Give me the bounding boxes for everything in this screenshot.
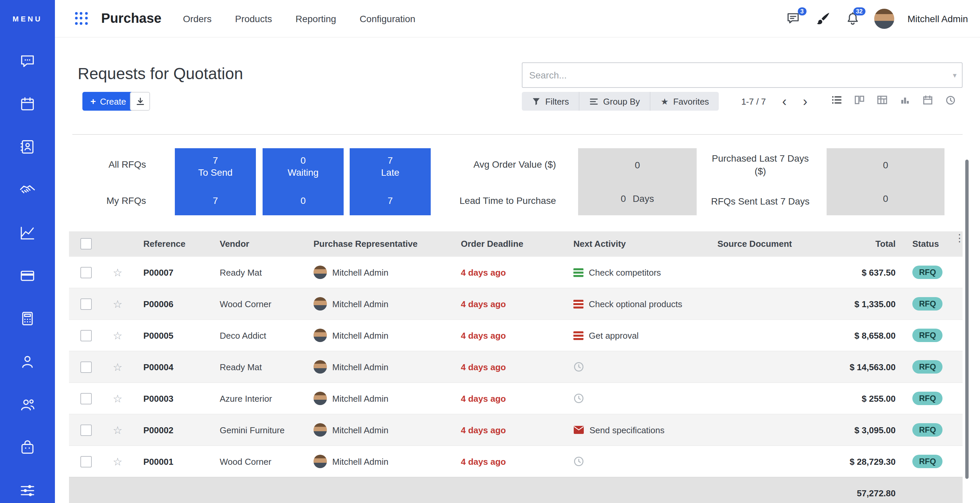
table-row[interactable]: ☆ P00007 Ready Mat Mitchell Admin 4 days…	[69, 256, 963, 288]
favorite-star-icon[interactable]: ☆	[102, 297, 133, 310]
total-sum: 57,272.80	[839, 488, 902, 498]
pivot-view-icon[interactable]	[877, 94, 888, 105]
control-panel-divider	[72, 134, 963, 135]
user-icon[interactable]	[19, 353, 36, 370]
all-rfqs-filter[interactable]: All RFQs	[0, 159, 146, 170]
nav-products[interactable]: Products	[232, 9, 275, 28]
calendar-view-icon[interactable]	[923, 94, 933, 105]
kanban-view-icon[interactable]	[854, 94, 865, 105]
rfq-reference: P00002	[133, 425, 209, 435]
table-row[interactable]: ☆ P00004 Ready Mat Mitchell Admin 4 days…	[69, 351, 963, 382]
app-title: Purchase	[101, 11, 161, 26]
notifications-bell-icon[interactable]: 32	[844, 10, 861, 27]
search-dropdown-icon[interactable]: ▾	[953, 71, 962, 80]
list-view-icon[interactable]	[831, 94, 842, 105]
chart-icon[interactable]	[19, 224, 36, 241]
pager-next-button[interactable]: ›	[797, 92, 814, 111]
credit-card-icon[interactable]	[19, 267, 36, 284]
lead-time-unit: Days	[633, 193, 654, 204]
chat-icon[interactable]	[19, 52, 36, 70]
nav-configuration[interactable]: Configuration	[357, 9, 418, 28]
scrollbar[interactable]	[965, 160, 969, 479]
bag-icon[interactable]	[19, 439, 36, 456]
favorite-star-icon[interactable]: ☆	[102, 392, 133, 405]
apps-grid-icon[interactable]	[75, 12, 88, 25]
filters-button[interactable]: Filters	[522, 92, 580, 111]
header-rep[interactable]: Purchase Representative	[303, 239, 450, 249]
messages-icon[interactable]: 3	[785, 10, 802, 27]
activity-list-icon[interactable]	[573, 268, 584, 277]
activity-clock-icon[interactable]	[573, 393, 584, 404]
favorite-star-icon[interactable]: ☆	[102, 423, 133, 436]
favorite-star-icon[interactable]: ☆	[102, 361, 133, 373]
topbar-right: 3 32 Mitchell Admin	[785, 8, 968, 29]
row-checkbox[interactable]	[80, 361, 92, 372]
rep-name: Mitchell Admin	[332, 393, 388, 403]
header-source[interactable]: Source Document	[707, 239, 839, 249]
header-activity[interactable]: Next Activity	[563, 239, 707, 249]
activity-list-icon[interactable]	[573, 299, 584, 308]
table-row[interactable]: ☆ P00002 Gemini Furniture Mitchell Admin…	[69, 414, 963, 446]
avatar	[313, 423, 327, 437]
rfq-vendor: Deco Addict	[209, 330, 303, 340]
favorite-star-icon[interactable]: ☆	[102, 455, 133, 468]
export-button[interactable]	[130, 92, 150, 111]
row-checkbox[interactable]	[80, 456, 92, 467]
order-deadline: 4 days ago	[450, 457, 563, 466]
row-checkbox[interactable]	[80, 424, 92, 436]
group-by-button[interactable]: Group By	[580, 92, 651, 111]
search-input[interactable]	[522, 70, 953, 80]
activity-envelope-icon[interactable]	[573, 425, 584, 435]
row-checkbox[interactable]	[80, 393, 92, 404]
user-avatar[interactable]	[874, 8, 894, 29]
to-send-my-count: 7	[175, 195, 256, 206]
rfq-vendor: Ready Mat	[209, 362, 303, 372]
menu-toggle[interactable]: MENU	[0, 15, 55, 23]
select-all-checkbox[interactable]	[80, 238, 92, 249]
nav-reporting[interactable]: Reporting	[293, 9, 339, 28]
row-checkbox[interactable]	[80, 298, 92, 310]
favorite-star-icon[interactable]: ☆	[102, 329, 133, 342]
paintbrush-icon[interactable]	[815, 10, 831, 27]
create-button[interactable]: + Create	[83, 92, 134, 111]
activity-clock-icon[interactable]	[573, 361, 584, 372]
row-checkbox[interactable]	[80, 267, 92, 278]
favorite-star-icon[interactable]: ☆	[102, 266, 133, 279]
user-menu[interactable]: Mitchell Admin	[907, 13, 968, 24]
header-deadline[interactable]: Order Deadline	[450, 239, 563, 249]
row-checkbox[interactable]	[80, 330, 92, 341]
table-row[interactable]: ☆ P00001 Wood Corner Mitchell Admin 4 da…	[69, 446, 963, 477]
contacts-icon[interactable]	[19, 138, 36, 156]
header-reference[interactable]: Reference	[133, 239, 209, 249]
table-row[interactable]: ☆ P00003 Azure Interior Mitchell Admin 4…	[69, 382, 963, 414]
purchased-last-7-days-label: Purchased Last 7 Days ($)	[710, 152, 811, 178]
my-rfqs-filter[interactable]: My RFQs	[0, 195, 146, 206]
header-total[interactable]: Total	[839, 239, 902, 249]
table-row[interactable]: ☆ P00006 Wood Corner Mitchell Admin 4 da…	[69, 288, 963, 319]
avg-order-value-label: Avg Order Value ($)	[409, 159, 556, 170]
avg-order-value: 0	[578, 159, 697, 171]
rep-name: Mitchell Admin	[332, 267, 388, 277]
graph-view-icon[interactable]	[900, 94, 910, 105]
group-by-label: Group By	[603, 96, 640, 106]
table-row[interactable]: ☆ P00005 Deco Addict Mitchell Admin 4 da…	[69, 319, 963, 351]
rfq-total: $ 8,658.00	[839, 330, 902, 340]
column-options-icon[interactable]: ⋮	[955, 233, 965, 243]
pager-previous-button[interactable]: ‹	[776, 92, 793, 111]
rfqs-sent-last-7-days-value: 0	[883, 193, 888, 204]
tile-waiting[interactable]: 0 Waiting 0	[262, 148, 344, 215]
tile-to-send[interactable]: 7 To Send 7	[175, 148, 256, 215]
users-icon[interactable]	[19, 396, 36, 413]
header-vendor[interactable]: Vendor	[209, 239, 303, 249]
activity-list-icon[interactable]	[573, 331, 584, 340]
pager-range: 1-7 / 7	[730, 97, 777, 107]
activity-view-icon[interactable]	[945, 94, 956, 105]
sliders-icon[interactable]	[19, 482, 36, 499]
header-status[interactable]: Status	[902, 239, 963, 249]
calendar-icon[interactable]	[19, 95, 36, 113]
activity-clock-icon[interactable]	[573, 456, 584, 467]
calculator-icon[interactable]	[19, 310, 36, 327]
main-content: Requests for Quotation + Create ▾ Filter…	[55, 38, 980, 503]
favorites-button[interactable]: ★ Favorites	[651, 92, 719, 111]
nav-orders[interactable]: Orders	[180, 9, 214, 28]
